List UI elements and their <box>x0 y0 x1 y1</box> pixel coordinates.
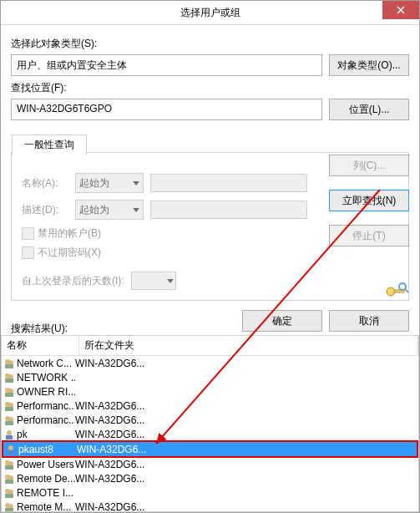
svg-rect-9 <box>5 378 13 383</box>
group-icon <box>3 372 15 383</box>
chevron-down-icon <box>133 181 139 185</box>
svg-rect-31 <box>5 494 13 498</box>
group-icon <box>3 487 15 499</box>
tab-common-queries[interactable]: 一般性查询 <box>12 135 87 155</box>
close-button[interactable] <box>382 1 419 19</box>
group-icon <box>3 386 15 398</box>
svg-rect-22 <box>8 450 14 455</box>
key-search-icon <box>384 282 409 298</box>
svg-rect-18 <box>5 421 13 425</box>
svg-rect-34 <box>5 508 13 512</box>
svg-rect-20 <box>6 435 13 439</box>
svg-rect-15 <box>5 407 13 411</box>
columns-button: 列(C)... <box>329 155 409 176</box>
group-icon <box>3 358 15 369</box>
list-item[interactable]: Remote M...WIN-A32DG6... <box>2 500 418 512</box>
titlebar[interactable]: 选择用户或组 <box>1 1 419 25</box>
list-item[interactable]: Remote De...WIN-A32DG6... <box>2 471 418 485</box>
group-icon <box>3 400 15 412</box>
col-header-folder[interactable]: 所在文件夹 <box>79 336 418 355</box>
results-list[interactable]: 名称 所在文件夹 Network C...WIN-A32DG6...NETWOR… <box>1 335 419 512</box>
object-type-field: 用户、组或内置安全主体 <box>11 54 322 76</box>
svg-point-21 <box>8 445 13 450</box>
col-header-name[interactable]: 名称 <box>2 336 79 355</box>
list-item[interactable]: OWNER RI... <box>2 384 418 399</box>
find-now-button[interactable]: 立即查找(N) <box>329 190 409 211</box>
location-label: 查找位置(F): <box>11 81 409 95</box>
group-icon <box>3 459 15 470</box>
svg-rect-12 <box>5 393 13 397</box>
window-title: 选择用户或组 <box>180 6 240 20</box>
desc-mode-select: 起始为 <box>75 200 144 220</box>
svg-point-2 <box>399 283 406 290</box>
close-icon <box>397 6 405 14</box>
list-item[interactable]: Power UsersWIN-A32DG6... <box>2 457 418 471</box>
search-results-label: 搜索结果(U): <box>11 322 68 336</box>
checkbox-icon <box>22 227 34 240</box>
svg-line-3 <box>405 289 408 292</box>
user-icon <box>5 444 17 455</box>
group-icon <box>3 501 15 513</box>
stop-button: 停止(T) <box>329 225 409 246</box>
location-field: WIN-A32DG6T6GPO <box>11 99 322 120</box>
name-filter-input <box>150 174 307 192</box>
desc-label: 描述(D): <box>22 203 68 217</box>
list-item[interactable]: NETWORK ... <box>2 370 418 384</box>
group-icon <box>3 473 15 485</box>
svg-rect-28 <box>5 480 13 484</box>
group-icon <box>3 414 15 426</box>
list-item[interactable]: pkaust8WIN-A32DG6... <box>2 440 418 458</box>
object-types-button[interactable]: 对象类型(O)... <box>329 54 409 76</box>
name-mode-select: 起始为 <box>75 173 144 193</box>
svg-point-19 <box>7 430 12 435</box>
list-item[interactable]: pkWIN-A32DG6... <box>2 427 418 441</box>
locations-button[interactable]: 位置(L)... <box>329 99 409 120</box>
list-item[interactable]: Performanc...WIN-A32DG6... <box>2 413 418 427</box>
list-item[interactable]: REMOTE I... <box>2 485 418 500</box>
name-label: 名称(A): <box>22 176 68 190</box>
ok-button[interactable]: 确定 <box>242 310 322 332</box>
days-since-logon-select <box>131 272 176 290</box>
object-type-label: 选择此对象类型(S): <box>11 37 409 51</box>
list-item[interactable]: Network C...WIN-A32DG6... <box>2 356 418 370</box>
days-since-logon-label: 自上次登录后的天数(I): <box>22 274 124 288</box>
user-icon <box>3 429 15 440</box>
list-item[interactable]: Performanc...WIN-A32DG6... <box>2 399 418 413</box>
cancel-button[interactable]: 取消 <box>329 310 409 332</box>
checkbox-icon <box>22 246 34 259</box>
svg-rect-6 <box>5 364 13 368</box>
chevron-down-icon <box>167 279 174 283</box>
desc-filter-input <box>150 201 307 219</box>
chevron-down-icon <box>133 208 139 212</box>
svg-rect-25 <box>5 465 13 470</box>
